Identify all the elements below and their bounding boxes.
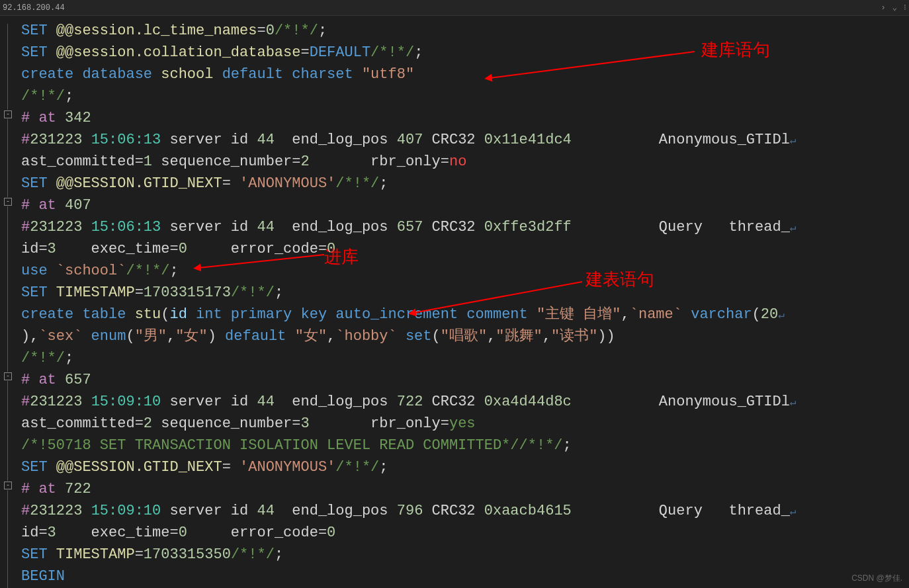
code-line: # at 657 — [21, 369, 909, 391]
code-token: set — [397, 328, 432, 345]
wrap-indicator-icon: ↵ — [790, 397, 797, 409]
code-token: 2 — [300, 153, 309, 170]
code-token: ast_committed — [21, 415, 135, 432]
code-token: 3 — [48, 241, 56, 257]
code-token: # — [21, 132, 30, 148]
code-token: = — [222, 459, 239, 476]
code-token: CRC32 — [423, 132, 484, 148]
code-token: ; — [379, 459, 388, 476]
code-token: `school` — [56, 263, 126, 279]
code-token: ( — [752, 306, 761, 323]
more-menu-icon[interactable]: ⁝ — [904, 3, 906, 13]
fold-toggle[interactable]: - — [4, 110, 12, 118]
code-token: ), — [21, 328, 38, 345]
fold-toggle[interactable]: - — [4, 372, 12, 380]
code-token: ; — [414, 44, 423, 61]
code-line: ),`sex` enum("男","女") default "女",`hobby… — [21, 325, 909, 347]
fold-line — [7, 119, 8, 197]
code-token: 657 — [65, 372, 91, 388]
code-token: /*!*/ — [335, 459, 379, 476]
code-token: TIMESTAMP — [56, 284, 135, 301]
code-token: default charset — [222, 66, 362, 83]
code-token: ; — [169, 263, 178, 279]
code-line: #231223 15:06:13 server id 44 end_log_po… — [21, 216, 909, 238]
code-token: 1 — [144, 153, 152, 170]
code-token: , — [487, 328, 496, 345]
code-line: use `school`/*!*/; — [21, 260, 909, 282]
code-token: )) — [597, 328, 615, 345]
code-token: sequence_number — [152, 415, 292, 432]
code-token: 231223 — [30, 503, 82, 519]
code-line: SET TIMESTAMP=1703315173/*!*/; — [21, 282, 909, 304]
code-token: no — [449, 153, 466, 170]
code-token: ; — [65, 88, 73, 105]
code-token: # at — [21, 481, 65, 497]
code-token: 796 — [397, 503, 423, 519]
code-token: "跳舞" — [496, 328, 542, 345]
code-line: id=3 exec_time=0 error_code=0 — [21, 238, 909, 260]
code-token: CRC32 — [423, 503, 484, 519]
code-token: varchar — [682, 306, 752, 323]
tab-title[interactable]: 92.168.200.44 — [3, 3, 65, 13]
code-line: /*!*/; — [21, 347, 909, 369]
code-token: "utf8" — [362, 66, 414, 83]
code-token: # at — [21, 197, 65, 214]
code-token: /*!*/ — [519, 437, 563, 454]
code-token: 407 — [397, 132, 423, 148]
code-line: create table stu(id int primary key auto… — [21, 304, 909, 325]
code-token: = — [257, 22, 265, 39]
code-token: school — [161, 66, 222, 83]
code-token: = — [169, 241, 178, 257]
code-token: 657 — [397, 219, 423, 235]
code-token: # — [21, 394, 30, 410]
code-token: ( — [126, 328, 134, 345]
code-line: SET @@SESSION.GTID_NEXT= 'ANONYMOUS'/*!*… — [21, 456, 909, 478]
fold-toggle[interactable]: - — [4, 482, 12, 489]
code-token: ast_committed — [21, 153, 135, 170]
wrap-indicator-icon: ↵ — [790, 135, 797, 147]
code-token: 44 — [257, 503, 274, 519]
code-token: 1703315350 — [144, 546, 231, 563]
code-token: = — [441, 153, 449, 170]
code-token: 0 — [327, 525, 335, 541]
code-token: "主键 自增" — [537, 306, 621, 323]
code-token: # at — [21, 110, 65, 126]
code-token — [82, 394, 91, 410]
code-token: 15:06:13 — [91, 219, 161, 235]
fold-line — [7, 490, 8, 588]
code-token: ( — [161, 306, 169, 323]
code-token: 'ANONYMOUS' — [239, 459, 335, 476]
code-token: 15:06:13 — [91, 132, 161, 148]
code-token: 342 — [65, 110, 91, 126]
code-token: enum — [82, 328, 126, 345]
chev-down-icon[interactable]: ⌄ — [892, 3, 897, 13]
code-token: int primary key auto_increment comment — [196, 306, 537, 323]
code-token: , — [621, 306, 630, 323]
code-token: /*!*/ — [275, 22, 318, 39]
code-token: server id — [161, 394, 257, 410]
code-token: exec_time — [56, 525, 170, 541]
code-token: 'ANONYMOUS' — [239, 175, 335, 192]
code-token: BEGIN — [21, 568, 65, 585]
fold-line — [7, 206, 8, 372]
code-token: SET — [21, 175, 56, 192]
code-token: = — [222, 175, 239, 192]
code-token: 231223 — [30, 219, 82, 235]
code-editor[interactable]: ---- SET @@session.lc_time_names=0/*!*/;… — [0, 16, 909, 587]
code-token: 407 — [65, 197, 91, 214]
fold-toggle[interactable]: - — [4, 198, 12, 206]
code-token: "男" — [135, 328, 167, 345]
code-token: SET — [21, 44, 56, 61]
code-token: = — [38, 525, 47, 541]
code-line: BEGIN — [21, 566, 909, 587]
code-line: /*!50718 SET TRANSACTION ISOLATION LEVEL… — [21, 435, 909, 456]
code-token: `sex` — [38, 328, 82, 345]
code-token: id — [169, 306, 196, 323]
chev-right-icon[interactable]: › — [881, 3, 886, 13]
code-token: , — [327, 328, 335, 345]
code-token: use — [21, 263, 56, 279]
code-token: rbr_only — [310, 415, 441, 432]
code-line: /*!*/; — [21, 85, 909, 107]
code-token: 2 — [144, 415, 152, 432]
code-token: end_log_pos — [275, 132, 397, 148]
